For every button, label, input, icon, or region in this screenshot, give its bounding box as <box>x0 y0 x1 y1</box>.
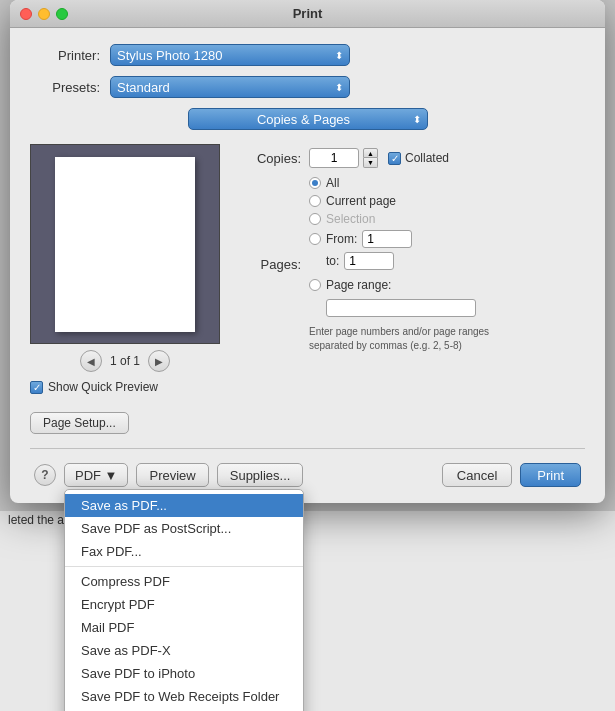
copies-stepper-down[interactable]: ▼ <box>363 158 378 168</box>
pdf-menu-item-save-as-postscript[interactable]: Save PDF as PostScript... <box>65 517 303 540</box>
preview-box <box>30 144 220 344</box>
pdf-menu-item-encrypt[interactable]: Encrypt PDF <box>65 593 303 616</box>
page-range-input[interactable] <box>326 299 476 317</box>
pages-row: Pages: All Current page <box>236 176 585 353</box>
preview-controls: ◀ 1 of 1 ▶ <box>30 350 220 372</box>
printer-row: Printer: Stylus Photo 1280 ⬍ <box>30 44 585 66</box>
copies-input-wrap: ▲ ▼ ✓ Collated <box>309 148 449 168</box>
title-bar: Print <box>10 0 605 28</box>
quick-preview-label: Show Quick Preview <box>48 380 158 394</box>
page-setup-button[interactable]: Page Setup... <box>30 412 129 434</box>
close-button[interactable] <box>20 8 32 20</box>
pdf-menu-item-save-as-pdfx[interactable]: Save as PDF-X <box>65 639 303 662</box>
maximize-button[interactable] <box>56 8 68 20</box>
printer-select-arrow-icon: ⬍ <box>335 50 343 61</box>
pdf-button-container: PDF ▼ Save as PDF... Save PDF as PostScr… <box>64 463 128 487</box>
quick-preview-row: ✓ Show Quick Preview <box>30 380 220 394</box>
presets-select[interactable]: Standard ⬍ <box>110 76 350 98</box>
presets-select-arrow-icon: ⬍ <box>335 82 343 93</box>
radio-current-label: Current page <box>326 194 396 208</box>
radio-selection-row: Selection <box>309 212 499 226</box>
section-dropdown-row: Copies & Pages ⬍ <box>30 108 585 130</box>
dialog-body: Printer: Stylus Photo 1280 ⬍ Presets: St… <box>10 28 605 503</box>
preview-area: ◀ 1 of 1 ▶ ✓ Show Quick Preview Page Set… <box>30 144 220 434</box>
pdf-menu-separator <box>65 566 303 567</box>
radio-all-row: All <box>309 176 499 190</box>
copies-input[interactable] <box>309 148 359 168</box>
section-select[interactable]: Copies & Pages ⬍ <box>188 108 428 130</box>
radio-current-row: Current page <box>309 194 499 208</box>
from-row: From: <box>309 230 499 248</box>
from-input[interactable] <box>362 230 412 248</box>
prev-page-button[interactable]: ◀ <box>80 350 102 372</box>
copies-stepper: ▲ ▼ <box>363 148 378 168</box>
printer-select-value: Stylus Photo 1280 <box>117 48 223 63</box>
radio-all[interactable] <box>309 177 321 189</box>
collated-label: Collated <box>405 151 449 165</box>
radio-page-range[interactable] <box>309 279 321 291</box>
to-row: to: <box>326 252 499 270</box>
to-label: to: <box>326 254 339 268</box>
radio-current[interactable] <box>309 195 321 207</box>
print-dialog: Print Printer: Stylus Photo 1280 ⬍ Prese… <box>10 0 605 503</box>
collated-wrap: ✓ Collated <box>388 151 449 165</box>
page-range-row: Page range: <box>309 278 499 292</box>
right-panel: Copies: ▲ ▼ ✓ Collated <box>236 144 585 434</box>
cancel-button[interactable]: Cancel <box>442 463 512 487</box>
pages-label: Pages: <box>236 257 301 272</box>
section-select-arrow-icon: ⬍ <box>413 114 421 125</box>
printer-label: Printer: <box>30 48 100 63</box>
pdf-menu-item-save-to-web[interactable]: Save PDF to Web Receipts Folder <box>65 685 303 708</box>
bottom-row: ? PDF ▼ Save as PDF... Save PDF as PostS… <box>30 463 585 487</box>
pdf-menu-item-mail[interactable]: Mail PDF <box>65 616 303 639</box>
pdf-menu-item-save-to-iphoto[interactable]: Save PDF to iPhoto <box>65 662 303 685</box>
minimize-button[interactable] <box>38 8 50 20</box>
copies-row: Copies: ▲ ▼ ✓ Collated <box>236 148 585 168</box>
pdf-menu-item-fax-pdf[interactable]: Fax PDF... <box>65 540 303 563</box>
supplies-button[interactable]: Supplies... <box>217 463 304 487</box>
to-input[interactable] <box>344 252 394 270</box>
radio-from[interactable] <box>309 233 321 245</box>
collated-checkbox[interactable]: ✓ <box>388 152 401 165</box>
help-button[interactable]: ? <box>34 464 56 486</box>
presets-select-value: Standard <box>117 80 170 95</box>
preview-button[interactable]: Preview <box>136 463 208 487</box>
section-select-value: Copies & Pages <box>195 112 413 127</box>
preview-page <box>55 157 195 332</box>
copies-stepper-up[interactable]: ▲ <box>363 148 378 158</box>
print-button[interactable]: Print <box>520 463 581 487</box>
page-range-label: Page range: <box>326 278 391 292</box>
next-page-button[interactable]: ▶ <box>148 350 170 372</box>
printer-select[interactable]: Stylus Photo 1280 ⬍ <box>110 44 350 66</box>
from-label: From: <box>326 232 357 246</box>
pdf-menu-item-compress[interactable]: Compress PDF <box>65 570 303 593</box>
dialog-title: Print <box>293 6 323 21</box>
radio-selection-label: Selection <box>326 212 375 226</box>
pages-radio-group: All Current page Selection <box>309 176 499 353</box>
main-content: ◀ 1 of 1 ▶ ✓ Show Quick Preview Page Set… <box>30 144 585 434</box>
quick-preview-checkbox[interactable]: ✓ <box>30 381 43 394</box>
pdf-dropdown-menu[interactable]: Save as PDF... Save PDF as PostScript...… <box>64 489 304 711</box>
presets-label: Presets: <box>30 80 100 95</box>
separator <box>30 448 585 449</box>
pdf-menu-item-save-as-pdf[interactable]: Save as PDF... <box>65 494 303 517</box>
radio-all-label: All <box>326 176 339 190</box>
presets-row: Presets: Standard ⬍ <box>30 76 585 98</box>
copies-label: Copies: <box>236 151 301 166</box>
pdf-button[interactable]: PDF ▼ <box>64 463 128 487</box>
radio-selection[interactable] <box>309 213 321 225</box>
page-indicator: 1 of 1 <box>110 354 140 368</box>
page-range-hint: Enter page numbers and/or page ranges se… <box>309 325 499 353</box>
traffic-lights <box>20 8 68 20</box>
